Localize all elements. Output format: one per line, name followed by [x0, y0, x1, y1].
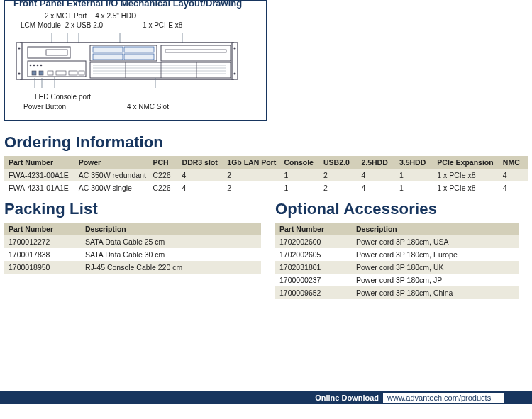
ordering-heading: Ordering Information [4, 133, 528, 152]
th: 2.5HDD [357, 156, 394, 169]
table-row: 1700017838SATA Data Cable 30 cm [4, 248, 261, 261]
label-hdd25: 4 x 2.5" HDD [95, 12, 136, 20]
table-row: FWA-4231-00A1E AC 350W redundant C226 4 … [4, 169, 528, 181]
label-power: Power Button [23, 103, 66, 111]
svg-rect-20 [79, 71, 84, 75]
svg-point-10 [233, 47, 235, 49]
th: Description [352, 223, 519, 235]
svg-rect-38 [161, 45, 231, 61]
td: 1 [395, 169, 433, 181]
label-console: Console port [50, 93, 91, 101]
td: 1702031801 [275, 261, 352, 274]
td: 4 [357, 181, 394, 194]
th: Part Number [275, 223, 352, 235]
footer-bar: Online Download www.advantech.com/produc… [0, 391, 532, 404]
table-row: 1702002600Power cord 3P 180cm, USA [275, 235, 519, 248]
table-header-row: Part Number Description [4, 223, 261, 235]
td: AC 350W redundant [74, 169, 149, 181]
svg-rect-29 [124, 54, 154, 60]
td: 2 [319, 169, 357, 181]
label-lcm: LCM Module [21, 21, 61, 29]
svg-point-22 [33, 65, 35, 67]
td: 1 [280, 169, 320, 181]
svg-point-21 [30, 65, 32, 67]
table-row: 1700012272SATA Data Cable 25 cm [4, 235, 261, 248]
svg-rect-16 [39, 71, 43, 75]
table-row: 1700000237Power cord 3P 180cm, JP [275, 274, 519, 286]
svg-rect-17 [48, 71, 53, 75]
drawing-top-labels: 2 x MGT Port4 x 2.5" HDD LCM Module2 x U… [13, 11, 257, 30]
td: RJ-45 Console Cable 220 cm [81, 261, 261, 274]
svg-point-8 [18, 47, 20, 49]
table-row: FWA-4231-01A1E AC 300W single C226 4 2 1… [4, 181, 528, 194]
td: 4 [499, 181, 528, 194]
drawing-bottom-labels: LEDConsole port Power Button4 x NMC Slot [13, 92, 257, 111]
svg-rect-39 [165, 50, 226, 52]
th: 3.5HDD [395, 156, 433, 169]
svg-rect-27 [124, 47, 154, 52]
td: 1 [395, 181, 433, 194]
ordering-table: Part Number Power PCH DDR3 slot 1Gb LAN … [4, 156, 528, 194]
footer-url: www.advantech.com/products [383, 393, 504, 403]
td: 4 [178, 169, 223, 181]
td: SATA Data Cable 30 cm [81, 248, 261, 261]
th: Part Number [4, 223, 81, 235]
td: 1702002600 [275, 235, 352, 248]
svg-rect-15 [32, 71, 36, 75]
svg-rect-28 [93, 54, 123, 60]
table-row: 1702002605Power cord 3P 180cm, Europe [275, 248, 519, 261]
table-row: 1700009652Power cord 3P 180cm, China [275, 286, 519, 299]
td: 1 [280, 181, 320, 194]
label-nmc: 4 x NMC Slot [127, 103, 169, 111]
footer-label: Online Download [315, 393, 379, 402]
svg-point-23 [37, 65, 39, 67]
label-mgt: 2 x MGT Port [45, 12, 87, 20]
td: 1702002605 [275, 248, 352, 261]
label-led: LED [35, 93, 48, 101]
th: Part Number [4, 156, 74, 169]
td: 1700012272 [4, 235, 81, 248]
accessories-table: Part Number Description 1702002600Power … [275, 223, 519, 299]
svg-point-9 [18, 72, 20, 74]
svg-rect-26 [93, 47, 123, 52]
svg-point-24 [40, 65, 43, 67]
th: Power [74, 156, 149, 169]
svg-rect-30 [90, 62, 231, 78]
label-usb: 2 x USB 2.0 [65, 21, 103, 29]
svg-rect-18 [56, 71, 66, 75]
td: 4 [357, 169, 394, 181]
td: 1700017838 [4, 248, 81, 261]
td: 1700018950 [4, 261, 81, 274]
svg-rect-19 [69, 71, 77, 75]
td: 1 x PCIe x8 [433, 169, 499, 181]
th: USB2.0 [319, 156, 357, 169]
table-header-row: Part Number Description [275, 223, 519, 235]
td: Power cord 3P 180cm, USA [352, 235, 519, 248]
packing-heading: Packing List [4, 200, 261, 218]
front-panel-drawing-box: Front Panel External I/O Mechanical Layo… [4, 0, 267, 121]
td: 2 [223, 181, 279, 194]
td: Power cord 3P 180cm, Europe [352, 248, 519, 261]
accessories-heading: Optional Accessories [275, 200, 519, 218]
table-row: 1702031801Power cord 3P 180cm, UK [275, 261, 519, 274]
td: Power cord 3P 180cm, China [352, 286, 519, 299]
td: Power cord 3P 180cm, UK [352, 261, 519, 274]
table-row: 1700018950RJ-45 Console Cable 220 cm [4, 261, 261, 274]
td: SATA Data Cable 25 cm [81, 235, 261, 248]
td: 2 [319, 181, 357, 194]
svg-point-11 [233, 72, 235, 74]
td: FWA-4231-00A1E [4, 169, 74, 181]
label-pcie: 1 x PCI-E x8 [143, 21, 182, 29]
th: Description [81, 223, 261, 235]
td: 4 [499, 169, 528, 181]
td: 1 x PCIe x8 [433, 181, 499, 194]
packing-table: Part Number Description 1700012272SATA D… [4, 223, 261, 274]
front-panel-diagram [13, 33, 240, 88]
th: DDR3 slot [178, 156, 223, 169]
td: C226 [149, 169, 178, 181]
th: PCIe Expansion [433, 156, 499, 169]
td: 1700009652 [275, 286, 352, 299]
td: FWA-4231-01A1E [4, 181, 74, 194]
th: 1Gb LAN Port [223, 156, 279, 169]
td: Power cord 3P 180cm, JP [352, 274, 519, 286]
